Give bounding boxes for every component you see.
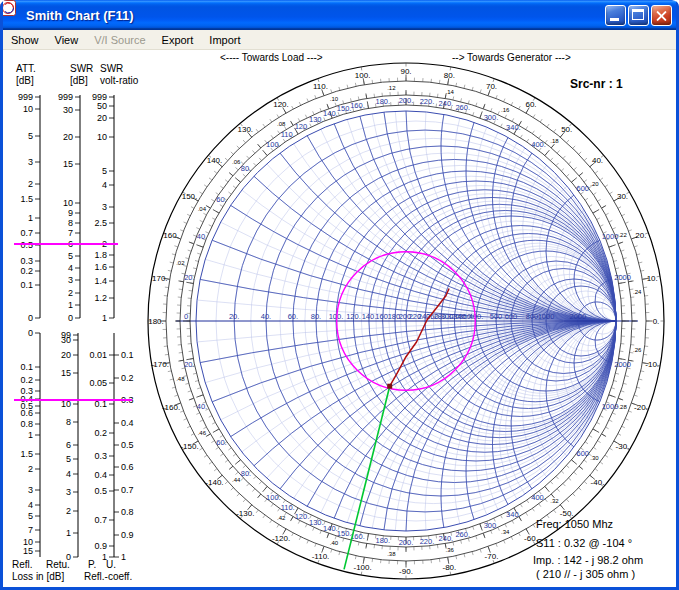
svg-text:9: 9 [68, 208, 73, 218]
svg-text:.22: .22 [618, 232, 627, 238]
svg-text:0.1: 0.1 [20, 362, 33, 372]
titlebar[interactable]: Smith Chart (F11) [0, 0, 679, 30]
svg-text:1: 1 [28, 430, 33, 440]
svg-text:0: 0 [184, 312, 188, 321]
result-impedance-parallel: ( 210 // - j 305 ohm ) [536, 568, 635, 580]
svg-text:5: 5 [68, 251, 73, 261]
menu-item-import[interactable]: Import [201, 32, 248, 48]
nomo-header-1-title: SWR [70, 63, 93, 74]
svg-text:-140.: -140. [205, 478, 223, 487]
svg-text:.12: .12 [387, 85, 396, 91]
svg-text:-40.: -40. [591, 478, 605, 487]
svg-text:60.: 60. [216, 438, 226, 447]
svg-text:15: 15 [61, 368, 71, 378]
svg-text:0.8: 0.8 [20, 419, 33, 429]
svg-text:.46: .46 [198, 430, 207, 436]
svg-text:3: 3 [66, 487, 71, 497]
svg-text:240.: 240. [439, 534, 454, 543]
nomo-footer-2: P. [88, 559, 96, 570]
nomo-footer-3: U. [106, 559, 116, 570]
svg-text:100.: 100. [266, 493, 281, 502]
svg-text:0.2: 0.2 [94, 428, 107, 438]
svg-text:400.: 400. [531, 140, 546, 149]
svg-text:20.: 20. [635, 231, 646, 240]
svg-text:-130.: -130. [236, 509, 254, 518]
svg-text:.48: .48 [176, 376, 185, 382]
svg-text:40.: 40. [592, 156, 603, 165]
svg-text:3: 3 [28, 157, 33, 167]
svg-text:-80.: -80. [443, 563, 457, 572]
svg-text:15: 15 [63, 159, 73, 169]
svg-text:260.: 260. [455, 103, 470, 112]
svg-text:0.01: 0.01 [89, 350, 107, 360]
svg-text:100.: 100. [266, 140, 281, 149]
menu-item-export[interactable]: Export [154, 32, 202, 48]
svg-text:0.9: 0.9 [94, 541, 107, 551]
svg-text:130.: 130. [238, 125, 254, 134]
svg-text:0.7: 0.7 [121, 485, 134, 495]
svg-text:-20.: -20. [634, 403, 648, 412]
svg-text:5: 5 [28, 131, 33, 141]
svg-text:1: 1 [121, 552, 126, 562]
menu-item-show[interactable]: Show [3, 32, 47, 48]
result-s11: S11 : 0.32 @ -104 ° [536, 537, 632, 549]
svg-text:.04: .04 [198, 206, 207, 212]
svg-text:-160.: -160. [162, 403, 180, 412]
svg-text:4: 4 [68, 263, 73, 273]
svg-text:80.: 80. [444, 71, 455, 80]
svg-text:260.: 260. [455, 530, 470, 539]
svg-text:0.4: 0.4 [94, 470, 107, 480]
svg-text:170.: 170. [152, 274, 168, 283]
svg-text:60.: 60. [288, 312, 298, 321]
svg-text:0: 0 [68, 313, 73, 323]
svg-text:600: 600 [577, 449, 590, 458]
s11-marker[interactable] [387, 384, 392, 389]
result-freq: Freq: 1050 Mhz [536, 518, 613, 530]
menu-item-view[interactable]: View [47, 32, 87, 48]
maximize-icon [632, 9, 644, 20]
nomo-header-2-title: SWR [100, 63, 123, 74]
svg-text:-10.: -10. [645, 360, 659, 369]
svg-text:240.: 240. [439, 99, 454, 108]
scale-att-db: 999105321.510.70.50.30.20.10 [18, 92, 40, 323]
svg-text:.38: .38 [387, 551, 396, 557]
svg-text:400.: 400. [531, 493, 546, 502]
svg-text:140.: 140. [207, 156, 223, 165]
result-impedance: Imp. : 142 - j 98.2 ohm [533, 554, 643, 566]
svg-text:30: 30 [61, 335, 71, 345]
svg-text:0.5: 0.5 [94, 486, 107, 496]
maximize-button[interactable] [628, 5, 649, 26]
nomo-header-0-unit: [dB] [16, 75, 34, 86]
svg-text:2: 2 [66, 506, 71, 516]
svg-text:0.1: 0.1 [121, 350, 134, 360]
svg-text:180.: 180. [375, 536, 390, 545]
svg-text:0.2: 0.2 [121, 373, 134, 383]
svg-text:4: 4 [102, 180, 107, 190]
svg-text:.34: .34 [501, 529, 510, 535]
svg-text:20: 20 [61, 350, 71, 360]
nomo-header-2-unit: volt-ratio [100, 75, 138, 86]
svg-text:20: 20 [63, 132, 73, 142]
svg-text:60.: 60. [216, 195, 226, 204]
svg-text:60.: 60. [525, 100, 536, 109]
nomo-footer-0: Refl. [12, 559, 33, 570]
svg-text:5: 5 [102, 166, 107, 176]
svg-text:1.2: 1.2 [94, 293, 107, 303]
minimize-button[interactable] [605, 5, 626, 26]
svg-text:120.: 120. [295, 122, 310, 131]
towards-load-label: <---- Towards Load ---> [220, 52, 323, 63]
svg-text:110.: 110. [281, 130, 295, 139]
nomograph-lower: 00.10.20.30.40.50.60.811.523457101599302… [14, 328, 134, 562]
scale-refl-loss: 00.10.20.30.40.50.60.811.5234571015 [20, 328, 40, 557]
close-button[interactable] [651, 5, 672, 26]
nomo-header-0-title: ATT. [16, 63, 36, 74]
svg-text:50.: 50. [561, 125, 572, 134]
app-icon [5, 7, 21, 23]
svg-text:1: 1 [28, 213, 33, 223]
menu-item-v-i-source: V/I Source [86, 32, 153, 48]
svg-text:800: 800 [526, 312, 539, 321]
svg-text:8: 8 [68, 218, 73, 228]
svg-text:1.4: 1.4 [94, 276, 107, 286]
svg-text:.16: .16 [501, 107, 510, 113]
svg-text:1: 1 [66, 528, 71, 538]
